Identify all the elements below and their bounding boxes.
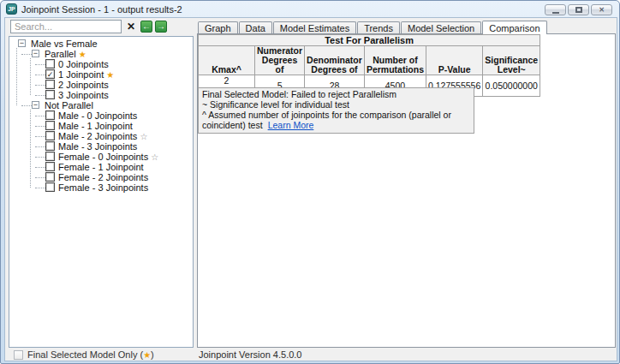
tree-item-female-1-joinpoint[interactable]: Female - 1 Joinpoint: [15, 162, 193, 172]
table-title: Test For Parallelism: [199, 35, 540, 46]
tree-connector: [35, 146, 45, 147]
column-header-number-of-permutations: Number of Permutations: [364, 46, 426, 75]
tab-strip: GraphDataModel EstimatesTrendsModel Sele…: [198, 21, 548, 33]
tree-connector: [35, 85, 45, 86]
window-controls: ✕: [545, 4, 612, 15]
tree-item-not-parallel[interactable]: −Not Parallel: [15, 100, 193, 110]
final-selected-only-checkbox[interactable]: [14, 350, 23, 360]
tree-item-label: Male - 1 Joinpoint: [58, 121, 133, 131]
search-input[interactable]: [10, 20, 122, 33]
star-icon: ★: [106, 70, 114, 80]
tree-item-female-2-joinpoints[interactable]: Female - 2 Joinpoints: [15, 172, 193, 182]
checkbox-unchecked[interactable]: [45, 59, 55, 69]
close-button[interactable]: ✕: [591, 4, 612, 15]
tree-item-label: Male vs Female: [31, 39, 98, 49]
checkbox-unchecked[interactable]: [45, 141, 55, 151]
table-notes: Final Selected Model: Failed to reject P…: [198, 87, 474, 134]
tree-item-male-2-joinpoints[interactable]: Male - 2 Joinpoints ☆: [15, 131, 193, 141]
tree-item-label: Not Parallel: [45, 100, 93, 110]
tree-connector: [16, 48, 17, 105]
expander-icon[interactable]: −: [32, 50, 39, 57]
tree-item-label: Male - 3 Joinpoints: [58, 141, 137, 152]
checkbox-unchecked[interactable]: [45, 152, 55, 161]
tree-connector: [21, 54, 32, 55]
assumed-joinpoints-note-text: ^ Assumed number of joinpoints for the c…: [202, 110, 451, 130]
tree-item-male-0-joinpoints[interactable]: Male - 0 Joinpoints: [15, 110, 193, 121]
column-header-significance-level: Significance Level~: [483, 46, 540, 75]
column-header-p-value: P-Value: [426, 46, 482, 75]
column-header-denominator-degrees-of: Denominator Degrees of: [305, 46, 365, 75]
tab-trends[interactable]: Trends: [357, 21, 400, 33]
tree-item-female-3-joinpoints[interactable]: Female - 3 Joinpoints: [15, 182, 193, 193]
tree-connector: [35, 157, 45, 158]
tab-data[interactable]: Data: [239, 21, 272, 33]
tree-connector: [35, 75, 45, 75]
tree-connector: [35, 64, 45, 65]
checkbox-unchecked[interactable]: [45, 121, 55, 130]
checkbox-unchecked[interactable]: [45, 80, 55, 89]
final-model-note: Final Selected Model: Failed to reject P…: [202, 89, 470, 99]
tab-model-estimates[interactable]: Model Estimates: [273, 21, 356, 33]
close-icon: ✕: [599, 7, 605, 14]
tree-item-2-joinpoints[interactable]: 2 Joinpoints: [15, 80, 193, 90]
tree-item-parallel[interactable]: −Parallel ★: [15, 49, 193, 59]
tab-model-selection[interactable]: Model Selection: [401, 21, 481, 33]
column-header-numerator-degrees-of: Numerator Degrees of: [255, 46, 305, 75]
star-outline-icon: ☆: [151, 152, 158, 162]
learn-more-link[interactable]: Learn More: [268, 120, 314, 130]
model-tree-panel[interactable]: −Male vs Female−Parallel ★0 Joinpoints✓1…: [9, 36, 194, 348]
tree-item-male-1-joinpoint[interactable]: Male - 1 Joinpoint: [15, 121, 193, 131]
comparison-tab-panel: Test For ParallelismKmax^Numerator Degre…: [197, 33, 616, 348]
tree-item-male-vs-female[interactable]: −Male vs Female: [15, 39, 193, 49]
checkbox-unchecked[interactable]: [45, 110, 55, 120]
final-selected-label-prefix: Final Selected Model Only (: [27, 349, 143, 360]
tree-item-label: Female - 2 Joinpoints: [58, 172, 148, 182]
tree-item-3-joinpoints[interactable]: 3 Joinpoints: [15, 90, 193, 100]
checkbox-unchecked[interactable]: [45, 90, 55, 99]
window-title: Joinpoint Session - 1 - output results-2: [21, 4, 182, 15]
checkbox-checked[interactable]: ✓: [45, 69, 55, 79]
tree-item-male-3-joinpoints[interactable]: Male - 3 Joinpoints: [15, 141, 193, 152]
nav-back-button[interactable]: ←: [140, 21, 152, 33]
significance-note: ~ Significance level for individual test: [202, 99, 470, 110]
maximize-icon: [575, 7, 582, 13]
tab-comparison[interactable]: Comparison: [482, 21, 546, 34]
title-bar[interactable]: JP Joinpoint Session - 1 - output result…: [1, 1, 619, 17]
column-header-kmax: Kmax^: [199, 46, 255, 75]
assumed-joinpoints-note: ^ Assumed number of joinpoints for the c…: [202, 110, 470, 130]
minimize-button[interactable]: [545, 4, 566, 15]
tree-connector: [35, 136, 45, 137]
app-icon: JP: [6, 3, 17, 15]
client-area: ✕ ← → −Male vs Female−Parallel ★0 Joinpo…: [4, 17, 617, 361]
tree-item-label: 2 Joinpoints: [58, 80, 109, 90]
star-icon: ★: [143, 350, 151, 360]
tree-item-1-joinpoint[interactable]: ✓1 Joinpoint ★: [15, 69, 193, 80]
checkbox-unchecked[interactable]: [45, 172, 55, 182]
tree-item-label: Female - 3 Joinpoints: [58, 182, 148, 193]
nav-forward-button[interactable]: →: [155, 21, 167, 33]
tree-item-0-joinpoints[interactable]: 0 Joinpoints: [15, 59, 193, 69]
app-window: JP Joinpoint Session - 1 - output result…: [0, 0, 620, 364]
screen: JP Joinpoint Session - 1 - output result…: [0, 0, 620, 364]
model-tree: −Male vs Female−Parallel ★0 Joinpoints✓1…: [9, 37, 193, 193]
checkbox-unchecked[interactable]: [45, 182, 55, 192]
expander-icon[interactable]: −: [32, 101, 39, 109]
star-outline-icon: ☆: [140, 132, 147, 141]
tree-connector: [35, 177, 45, 178]
tree-item-label: 0 Joinpoints: [58, 59, 109, 69]
checkbox-unchecked[interactable]: [45, 131, 55, 140]
tree-connector: [35, 188, 45, 188]
tree-connector: [35, 167, 45, 168]
tab-graph[interactable]: Graph: [198, 21, 238, 33]
tree-connector: [35, 126, 45, 127]
minimize-icon: [552, 12, 559, 14]
tree-connector: [21, 105, 32, 106]
tree-connector: [35, 95, 45, 96]
checkbox-unchecked[interactable]: [45, 162, 55, 171]
tree-item-label: 3 Joinpoints: [58, 90, 109, 100]
status-bar: Final Selected Model Only (★) Joinpoint …: [5, 349, 617, 361]
search-clear-button[interactable]: ✕: [125, 21, 137, 33]
tree-item-female-0-joinpoints[interactable]: Female - 0 Joinpoints ☆: [15, 152, 193, 162]
maximize-button[interactable]: [568, 4, 589, 15]
expander-icon[interactable]: −: [18, 39, 26, 47]
